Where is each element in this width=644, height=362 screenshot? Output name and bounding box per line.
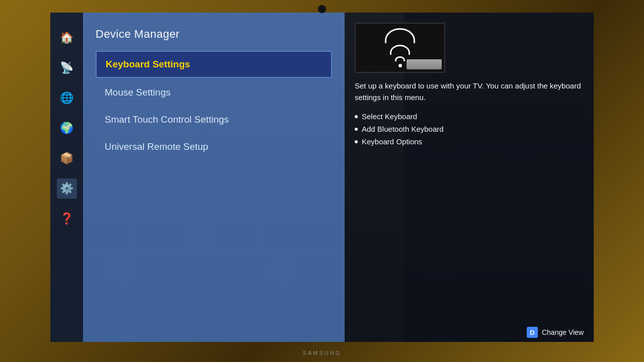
info-panel: Set up a keyboard to use with your TV. Y… [345, 13, 594, 342]
menu-item-smart-touch[interactable]: Smart Touch Control Settings [96, 107, 332, 132]
menu-item-keyboard-settings[interactable]: Keyboard Settings [96, 51, 332, 78]
sidebar-item-help[interactable]: ❓ [57, 209, 77, 229]
sidebar-item-network[interactable]: 📡 [57, 58, 77, 78]
device-manager-panel: Device Manager Keyboard Settings Mouse S… [83, 13, 345, 342]
preview-image [355, 23, 445, 73]
menu-list: Keyboard Settings Mouse Settings Smart T… [96, 51, 332, 159]
sidebar: 🏠 📡 🌐 🌍 📦 ⚙️ ❓ [50, 13, 83, 342]
bullet-keyboard-options: Keyboard Options [355, 137, 586, 146]
wifi-arc-small [395, 56, 405, 61]
sidebar-item-globe2[interactable]: 🌍 [57, 118, 77, 138]
bullet-dot-3 [355, 140, 358, 143]
camera-notch [318, 5, 326, 13]
bottom-bar: D Change View [527, 327, 584, 338]
menu-item-mouse-settings[interactable]: Mouse Settings [96, 80, 332, 105]
sidebar-item-settings[interactable]: ⚙️ [57, 178, 77, 199]
info-bullets: Select Keyboard Add Bluetooth Keyboard K… [355, 112, 586, 146]
d-button[interactable]: D [527, 327, 538, 338]
change-view-label: Change View [542, 328, 584, 336]
sidebar-item-home[interactable]: 🏠 [57, 28, 77, 48]
tv-screen: 🏠 📡 🌐 🌍 📦 ⚙️ ❓ Device Manager Keyboard S… [50, 13, 594, 342]
sidebar-item-apps[interactable]: 📦 [57, 148, 77, 168]
bullet-dot-1 [355, 115, 358, 118]
info-description: Set up a keyboard to use with your TV. Y… [355, 80, 586, 103]
tv-brand: SAMSUNG [303, 350, 342, 356]
sidebar-item-globe1[interactable]: 🌐 [57, 88, 77, 108]
wifi-arc-large [385, 28, 415, 43]
bullet-add-bluetooth: Add Bluetooth Keyboard [355, 125, 586, 133]
panel-title: Device Manager [96, 28, 332, 41]
bullet-select-keyboard: Select Keyboard [355, 112, 586, 121]
keyboard-preview-image [407, 59, 442, 69]
wifi-arc-medium [390, 45, 410, 55]
bullet-dot-2 [355, 128, 358, 131]
wifi-dot [398, 64, 402, 67]
menu-item-universal-remote[interactable]: Universal Remote Setup [96, 134, 332, 159]
